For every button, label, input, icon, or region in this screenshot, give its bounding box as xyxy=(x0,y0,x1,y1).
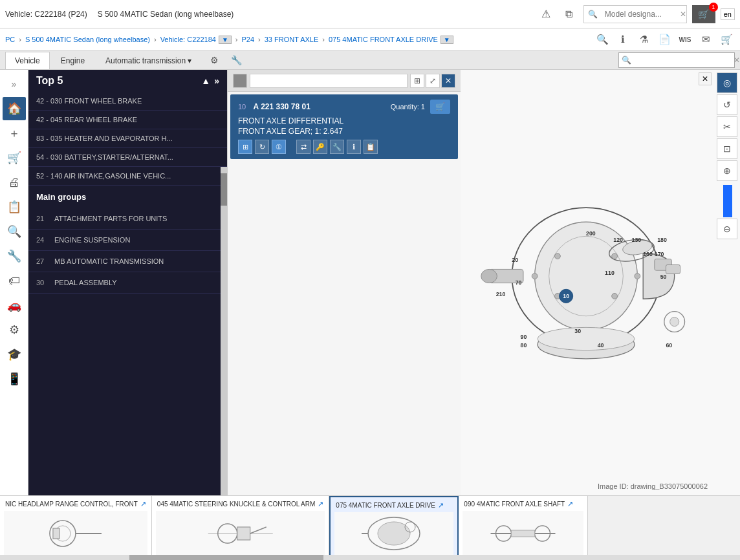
image-id: Image ID: drawing_B33075000062 xyxy=(598,482,708,490)
thumb-ext-link-4[interactable]: ↗ xyxy=(567,500,573,508)
left-panel-scrollthumb[interactable] xyxy=(221,173,227,206)
part-swap-icon[interactable]: ⇄ xyxy=(296,140,310,154)
svg-point-12 xyxy=(612,293,618,299)
thumb-img-2 xyxy=(156,511,325,556)
thumb-ext-link-2[interactable]: ↗ xyxy=(318,500,323,508)
model-search-input[interactable] xyxy=(602,10,680,19)
bottom-scrollbar-thumb[interactable] xyxy=(129,555,323,560)
part-wrench-icon[interactable]: 🔧 xyxy=(330,140,344,154)
breadcrumb-frontaxle[interactable]: 33 FRONT AXLE xyxy=(265,36,319,43)
part-info-icon[interactable]: ℹ xyxy=(347,140,361,154)
toolbar-color-btn[interactable] xyxy=(233,74,247,88)
sidebar-tag-icon[interactable]: 🏷 xyxy=(3,269,26,292)
tab-automatic-transmission[interactable]: Automatic transmission ▾ xyxy=(96,52,201,69)
bottom-scrollbar[interactable] xyxy=(0,555,740,560)
info-icon[interactable]: ℹ xyxy=(615,31,631,48)
tool-layers-icon[interactable]: ⊡ xyxy=(717,138,737,159)
tool-blue-bar xyxy=(723,185,732,217)
group-item-30[interactable]: 30 PEDAL ASSEMBLY xyxy=(28,272,227,294)
tab-vehicle[interactable]: Vehicle xyxy=(5,52,50,69)
part-badge-icon[interactable]: ① xyxy=(272,140,286,154)
tab-search-input[interactable] xyxy=(634,56,731,65)
top5-collapse-btn[interactable]: ▲ xyxy=(201,76,210,86)
part-doc-icon[interactable]: 📋 xyxy=(364,140,378,154)
top5-item-5[interactable]: 52 - 140 AIR INTAKE,GASOLINE VEHIC... xyxy=(28,167,227,186)
tool-history-icon[interactable]: ↺ xyxy=(717,94,737,115)
copy-icon[interactable]: ⧉ xyxy=(560,5,578,23)
thumb-item-3[interactable]: 075 4MATIC FRONT AXLE DRIVE ↗ xyxy=(329,496,459,560)
grid-view-icon[interactable]: ⊞ xyxy=(410,74,424,88)
thumb-item-4[interactable]: 090 4MATIC FRONT AXLE SHAFT ↗ xyxy=(459,496,588,560)
top5-item-4[interactable]: 54 - 030 BATTERY,STARTER/ALTERNAT... xyxy=(28,148,227,167)
right-panel: ✕ ◎ ↺ ✂ ⊡ ⊕ ⊖ xyxy=(461,70,740,495)
search-icon[interactable]: 🔍 xyxy=(584,5,602,23)
thumb-item-1[interactable]: NIC HEADLAMP RANGE CONTROL, FRONT ↗ xyxy=(0,496,152,560)
thumb-label-1: NIC HEADLAMP RANGE CONTROL, FRONT ↗ xyxy=(3,499,149,510)
top5-expand-btn[interactable]: » xyxy=(214,76,219,86)
left-panel-scrollbar[interactable] xyxy=(221,167,227,495)
language-selector[interactable]: en xyxy=(721,8,735,20)
group-items: 21 ATTACHMENT PARTS FOR UNITS 24 ENGINE … xyxy=(28,208,227,495)
breadcrumb-model[interactable]: S 500 4MATIC Sedan (long wheelbase) xyxy=(25,36,150,43)
current-dropdown[interactable]: ▼ xyxy=(441,36,453,44)
search-clear-icon[interactable]: ✕ xyxy=(680,10,686,19)
tab-tool-icon[interactable]: 🔧 xyxy=(227,51,245,69)
part-key-icon[interactable]: 🔑 xyxy=(313,140,327,154)
expand-view-icon[interactable]: ⤢ xyxy=(426,74,440,88)
alert-icon[interactable]: ⚠ xyxy=(537,5,555,23)
group-item-24[interactable]: 24 ENGINE SUSPENSION xyxy=(28,230,227,251)
top5-item-2[interactable]: 42 - 045 REAR WHEEL BRAKE xyxy=(28,111,227,129)
vehicle-dropdown[interactable]: ▼ xyxy=(219,36,232,44)
sidebar-car-icon[interactable]: 🚗 xyxy=(3,294,26,317)
svg-text:200: 200 xyxy=(586,230,596,237)
group-num-24: 24 xyxy=(36,236,49,244)
tool-zoom-in-icon[interactable]: ⊕ xyxy=(717,160,737,181)
diagram-close-btn[interactable]: ✕ xyxy=(699,72,712,85)
sidebar-tools-icon[interactable]: 🔧 xyxy=(3,244,26,268)
sidebar-print-icon[interactable]: 🖨 xyxy=(3,171,26,194)
breadcrumb-current[interactable]: 075 4MATIC FRONT AXLE DRIVE xyxy=(329,36,438,43)
tool-scissors-icon[interactable]: ✂ xyxy=(717,116,737,137)
close-panel-icon[interactable]: ✕ xyxy=(441,74,455,88)
zoom-in-icon[interactable]: 🔍 xyxy=(594,31,611,48)
svg-point-11 xyxy=(635,274,640,279)
group-item-21[interactable]: 21 ATTACHMENT PARTS FOR UNITS xyxy=(28,208,227,230)
tool-target-icon[interactable]: ◎ xyxy=(717,72,737,93)
add-to-cart-btn[interactable]: 🛒 xyxy=(430,100,450,114)
search-part-input[interactable] xyxy=(250,74,408,88)
sidebar-search-icon[interactable]: 🔍 xyxy=(3,220,26,243)
sidebar-hat-icon[interactable]: 🎓 xyxy=(3,343,26,366)
sidebar-settings-icon[interactable]: ⚙ xyxy=(3,318,26,341)
sidebar-doc-icon[interactable]: 📋 xyxy=(3,195,26,219)
thumb-ext-link-1[interactable]: ↗ xyxy=(140,500,146,508)
sidebar-add-icon[interactable]: ＋ xyxy=(3,122,26,145)
breadcrumb-vehicle[interactable]: Vehicle: C222184 xyxy=(160,36,216,43)
tab-settings-icon[interactable]: ⚙ xyxy=(205,51,223,69)
wis-icon[interactable]: WIS xyxy=(677,31,693,48)
sidebar-phone-icon[interactable]: 📱 xyxy=(3,367,26,391)
tab-search-icon[interactable]: 🔍 xyxy=(619,56,634,65)
sidebar-cart-icon[interactable]: 🛒 xyxy=(3,146,26,169)
document-icon[interactable]: 📄 xyxy=(656,31,673,48)
cart-icon[interactable]: 🛒 xyxy=(718,31,735,48)
top5-item-3[interactable]: 83 - 035 HEATER AND EVAPORATOR H... xyxy=(28,129,227,148)
tab-search-clear[interactable]: ✕ xyxy=(731,56,740,65)
breadcrumb-pc[interactable]: PC xyxy=(5,36,15,43)
breadcrumb-p24[interactable]: P24 xyxy=(241,36,254,43)
sidebar-home-icon[interactable]: 🏠 xyxy=(3,97,26,120)
center-toolbar: ⊞ ⤢ ✕ xyxy=(228,70,461,92)
thumb-ext-link-3[interactable]: ↗ xyxy=(438,501,444,510)
group-item-27[interactable]: 27 MB AUTOMATIC TRANSMISSION xyxy=(28,251,227,272)
filter-icon[interactable]: ⚗ xyxy=(635,31,652,48)
group-label-30: PEDAL ASSEMBLY xyxy=(54,279,117,286)
thumb-item-2[interactable]: 045 4MATIC STEERING KNUCKLE & CONTROL AR… xyxy=(152,496,330,560)
part-table-icon[interactable]: ⊞ xyxy=(238,140,252,154)
part-refresh-icon[interactable]: ↻ xyxy=(255,140,269,154)
email-icon[interactable]: ✉ xyxy=(697,31,714,48)
tab-engine[interactable]: Engine xyxy=(51,52,94,69)
top-bar-icons: ⚠ ⧉ 🔍 ✕ 🛒 1 en xyxy=(537,5,735,23)
tool-zoom-out-icon[interactable]: ⊖ xyxy=(717,219,737,239)
top5-item-1[interactable]: 42 - 030 FRONT WHEEL BRAKE xyxy=(28,92,227,111)
sidebar-expand-icon[interactable]: » xyxy=(3,72,26,96)
cart-button[interactable]: 🛒 1 xyxy=(692,5,715,23)
